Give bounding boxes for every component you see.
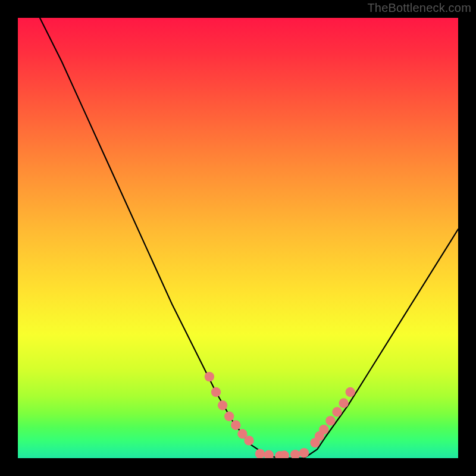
bottleneck-curve [40, 18, 458, 458]
curve-svg [18, 18, 458, 458]
data-point [325, 416, 335, 425]
data-point [299, 448, 309, 458]
data-point [211, 387, 221, 397]
data-point [290, 450, 300, 458]
data-point [346, 387, 355, 397]
data-point [339, 398, 348, 408]
data-point [244, 436, 253, 445]
attribution-label: TheBottleneck.com [367, 1, 471, 15]
data-point [224, 412, 234, 421]
data-point [218, 400, 227, 410]
data-point [255, 449, 265, 458]
chart-canvas: TheBottleneck.com [0, 0, 476, 476]
data-point [205, 372, 214, 381]
data-point [319, 425, 328, 434]
data-point [332, 407, 342, 416]
data-point [231, 420, 240, 430]
plot-area [18, 18, 458, 458]
data-point [264, 450, 274, 458]
